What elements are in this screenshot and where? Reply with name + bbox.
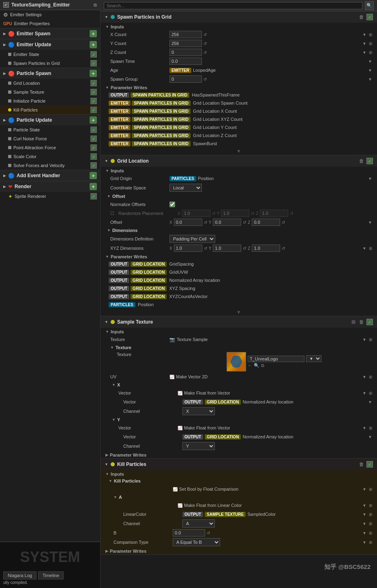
nav-sample-texture[interactable]: Sample Texture ✓	[0, 88, 100, 97]
spg-xcount-pin-icon[interactable]: ⊞	[369, 32, 372, 37]
st-uv-x-header[interactable]: ▼ X	[101, 381, 377, 388]
st-texture-pin-icon[interactable]: ⊞	[369, 337, 372, 342]
gl-normalize-checkbox[interactable]	[169, 202, 175, 207]
st-texture-sub-header[interactable]: ▼ Texture	[101, 344, 377, 351]
spawn-grid-header[interactable]: ▼ Spawn Particles in Grid 🗑 ✓	[101, 11, 377, 23]
kp-a-pin-icon[interactable]: ⊞	[369, 503, 372, 508]
grid-location-header[interactable]: ▼ Grid Location 🗑 ✓	[101, 155, 377, 167]
gl-off-y-input[interactable]	[213, 219, 241, 226]
gl-off-expand-icon[interactable]: ▼	[368, 220, 372, 225]
sprite-renderer-check[interactable]: ✓	[90, 193, 97, 200]
kp-kp-pin-icon[interactable]: ⊞	[369, 487, 372, 491]
nav-curl-noise[interactable]: Curl Noise Force ✓	[0, 134, 100, 143]
gl-off-y-reset-icon[interactable]: ↺	[243, 220, 246, 225]
spg-ycount-expand-icon[interactable]: ▼	[362, 41, 366, 46]
st-texture-search-icon[interactable]: 🔍	[254, 363, 259, 368]
st-texture-copy-icon[interactable]: ⧉	[261, 363, 264, 368]
nav-emitter-properties[interactable]: GPU Emitter Properties	[0, 19, 100, 28]
pupdate-add-btn[interactable]: +	[90, 116, 97, 124]
gl-check[interactable]: ✓	[366, 158, 373, 164]
kp-delete-icon[interactable]: 🗑	[358, 461, 365, 468]
spg-check[interactable]: ✓	[366, 14, 373, 20]
gl-rand-x-input[interactable]	[182, 210, 210, 217]
spg-xcount-reset-icon[interactable]: ↺	[203, 32, 207, 37]
nav-initialize-particle[interactable]: Initialize Particle ✓	[0, 97, 100, 105]
curl-noise-check[interactable]: ✓	[90, 135, 97, 142]
st-texture-expand-icon[interactable]: ▼	[362, 337, 366, 342]
scale-color-check[interactable]: ✓	[90, 153, 97, 160]
nav-sprite-renderer[interactable]: ✦ Sprite Renderer ✓	[0, 192, 100, 201]
search-button[interactable]: 🔍	[365, 1, 374, 10]
spg-spawntime-expand-icon[interactable]: ▼	[368, 59, 372, 64]
spg-ycount-pin-icon[interactable]: ⊞	[369, 41, 372, 46]
gl-rand-z-input[interactable]	[260, 210, 288, 217]
nav-emitter-state[interactable]: Emitter State ✓	[0, 50, 100, 59]
kp-channel-expand-icon[interactable]: ▼	[362, 521, 366, 526]
st-uvy-expand-icon[interactable]: ▼	[362, 426, 366, 430]
st-uv-expand-icon[interactable]: ▼	[362, 375, 366, 379]
spg-zcount-reset-icon[interactable]: ↺	[203, 50, 207, 55]
gl-dim-z-input[interactable]	[252, 245, 280, 252]
gl-dimensions-header[interactable]: ▼ Dimensions	[101, 227, 377, 234]
kp-channel-pin-icon[interactable]: ⊞	[369, 521, 372, 526]
gl-off-x-reset-icon[interactable]: ↺	[204, 220, 207, 225]
nav-scale-color[interactable]: Scale Color ✓	[0, 152, 100, 161]
gl-off-z-reset-icon[interactable]: ↺	[282, 220, 285, 225]
solve-forces-check[interactable]: ✓	[90, 162, 97, 169]
spg-xcount-expand-icon[interactable]: ▼	[362, 32, 366, 37]
spg-zcount-expand-icon[interactable]: ▼	[362, 50, 366, 55]
particle-state-check[interactable]: ✓	[90, 127, 97, 133]
sample-texture-check[interactable]: ✓	[90, 89, 97, 95]
st-uvx-vec-expand-icon[interactable]: ▼	[368, 400, 372, 404]
kp-lc-expand-icon[interactable]: ▼	[362, 512, 366, 517]
st-uvx-vector-expand-icon[interactable]: ▼	[362, 391, 366, 395]
nav-grid-location[interactable]: Grid Location ✓	[0, 79, 100, 88]
kp-check[interactable]: ✓	[366, 461, 373, 468]
update-add-btn[interactable]: +	[90, 41, 97, 48]
gl-offset-header[interactable]: ▼ Offset	[101, 193, 377, 200]
spg-ycount-input[interactable]	[169, 40, 202, 47]
spg-spawntime-input[interactable]	[169, 58, 202, 65]
st-texture-back-icon[interactable]: ←	[248, 363, 252, 368]
nav-particle-update[interactable]: ▶ 🔵 Particle Update +	[0, 114, 100, 125]
gl-dim-x-input[interactable]	[174, 245, 202, 252]
kp-comparison-pin-icon[interactable]: ⊞	[369, 540, 372, 545]
kp-b-pin-icon[interactable]: ⊞	[369, 531, 372, 535]
nav-particle-spawn[interactable]: ▶ 🔴 Particle Spawn +	[0, 68, 100, 79]
nav-particle-state[interactable]: Particle State ✓	[0, 125, 100, 134]
emitter-state-check[interactable]: ✓	[90, 51, 97, 58]
kp-a-expand-icon[interactable]: ▼	[362, 503, 366, 508]
kp-comparison-expand-icon[interactable]: ▼	[362, 540, 366, 545]
timeline-tab[interactable]: Timeline	[38, 571, 64, 579]
gl-delete-icon[interactable]: 🗑	[358, 158, 365, 164]
kp-channel-select[interactable]: A R G B	[182, 519, 215, 528]
point-attraction-check[interactable]: ✓	[90, 144, 97, 151]
gl-origin-expand-icon[interactable]: ▼	[368, 176, 372, 181]
st-uvy-vec-expand-icon[interactable]: ▼	[368, 435, 372, 439]
kill-particles-check[interactable]: ✓	[90, 107, 97, 113]
gl-dim-expand-icon[interactable]: ▼	[362, 246, 366, 251]
external-link-icon[interactable]: ⧉	[94, 2, 97, 8]
st-uv-pin-icon[interactable]: ⊞	[369, 375, 372, 379]
sample-texture-header[interactable]: ▼ Sample Texture ⊞ 🗑 ✓	[101, 316, 377, 328]
spawn-grid-check[interactable]: ✓	[90, 60, 97, 67]
kp-comparison-select[interactable]: A Equal To B A Greater Than B A Less Tha…	[173, 538, 220, 546]
gl-dimdef-select[interactable]: Padding Per Cell Total Size	[169, 235, 215, 243]
pspawn-add-btn[interactable]: +	[90, 70, 97, 77]
st-grid-icon[interactable]: ⊞	[350, 319, 357, 325]
st-texture-dropdown[interactable]: ▼	[306, 355, 321, 362]
st-check[interactable]: ✓	[366, 319, 373, 325]
st-delete-icon[interactable]: 🗑	[358, 319, 365, 325]
spg-zcount-input[interactable]	[169, 49, 202, 56]
spg-spawngroup-expand-icon[interactable]: ▼	[368, 77, 372, 82]
gl-dim-pin-icon[interactable]: ⊞	[369, 246, 372, 251]
kp-b-expand-icon[interactable]: ▼	[362, 531, 366, 535]
gl-off-x-input[interactable]	[174, 219, 202, 226]
st-uvy-pin-icon[interactable]: ⊞	[369, 426, 372, 430]
gl-off-z-input[interactable]	[252, 219, 280, 226]
kp-a-header[interactable]: ▼ A	[101, 494, 377, 501]
spg-delete-icon[interactable]: 🗑	[358, 14, 365, 20]
gl-dim-y-input[interactable]	[213, 245, 241, 252]
nav-point-attraction[interactable]: Point Attraction Force ✓	[0, 143, 100, 152]
search-input[interactable]	[104, 2, 362, 9]
